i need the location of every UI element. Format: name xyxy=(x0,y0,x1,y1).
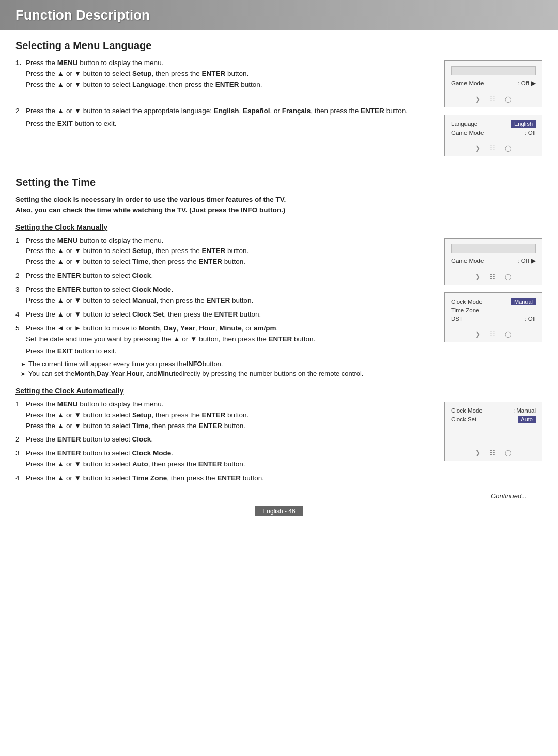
nav-arrow-icon-5: ❯ xyxy=(475,449,481,456)
tv-screen-5: Clock Mode : Manual Clock Set Auto ❯ ☷ ◯ xyxy=(444,402,542,461)
tv-screen-4: Clock Mode Manual Time Zone DST : Off xyxy=(444,292,542,342)
subsection-manual-title: Setting the Clock Manually xyxy=(16,223,542,231)
step-num: 4 xyxy=(16,309,24,320)
step-num: 1. xyxy=(16,58,24,90)
step-2-line2: Press the EXIT button to exit. xyxy=(26,119,408,130)
auto-step-1: 1 Press the MENU button to display the m… xyxy=(16,399,434,432)
nav-arrow-icon-3: ❯ xyxy=(475,273,481,280)
nav-icons-2: ❯ ☷ ◯ xyxy=(451,141,536,152)
nav-arrow-icon-4: ❯ xyxy=(475,330,481,338)
manual-step-4: 4 Press the ▲ or ▼ button to select Cloc… xyxy=(16,309,434,320)
step-2-line1: Press the ▲ or ▼ button to select the ap… xyxy=(26,106,408,117)
step-num: 2 xyxy=(16,434,24,445)
nav-circle-icon: ◯ xyxy=(505,96,512,103)
nav-icons-4: ❯ ☷ ◯ xyxy=(451,327,536,338)
nav-menu-icon: ☷ xyxy=(490,96,495,103)
arrow-right-icon-3: ▶ xyxy=(531,257,536,264)
nav-circle-icon-2: ◯ xyxy=(505,145,512,152)
menu-row-gamemode3: Game Mode : Off ▶ xyxy=(451,257,536,264)
section-divider xyxy=(16,169,542,169)
section-time-intro1: Setting the clock is necessary in order … xyxy=(16,195,542,216)
menu-row-clockmode: Clock Mode Manual xyxy=(451,298,536,305)
section-language: Selecting a Menu Language 1. Press the M… xyxy=(16,40,542,156)
step-1-line3: Press the ▲ or ▼ button to select Langua… xyxy=(26,80,262,90)
nav-menu-icon-5: ☷ xyxy=(490,449,495,456)
arrow-right-icon: ▶ xyxy=(531,80,536,87)
manual-step-3: 3 Press the ENTER button to select Clock… xyxy=(16,285,434,306)
nav-circle-icon-4: ◯ xyxy=(505,330,512,338)
footer-page-label: English - 46 xyxy=(255,506,302,516)
manual-step-2: 2 Press the ENTER button to select Clock… xyxy=(16,271,434,281)
auto-step-4: 4 Press the ▲ or ▼ button to select Time… xyxy=(16,473,434,484)
section-language-title: Selecting a Menu Language xyxy=(16,40,542,52)
nav-arrow-icon-2: ❯ xyxy=(475,145,481,152)
nav-menu-icon-3: ☷ xyxy=(490,273,495,280)
nav-icons-3: ❯ ☷ ◯ xyxy=(451,270,536,280)
step-2-lang: 2 Press the ▲ or ▼ button to select the … xyxy=(16,106,434,130)
section-time: Setting the Time Setting the clock is ne… xyxy=(16,177,542,487)
continued-label: Continued... xyxy=(16,492,527,500)
page-header: Function Description xyxy=(0,0,558,30)
step-num: 1 xyxy=(16,399,24,432)
menu-row-timezone: Time Zone xyxy=(451,307,536,313)
subsection-manual: Setting the Clock Manually 1 Press the M… xyxy=(16,223,542,380)
nav-menu-icon-2: ☷ xyxy=(490,145,495,152)
menu-input-bar-3 xyxy=(451,244,536,253)
step-num: 1 xyxy=(16,235,24,268)
auto-step-3: 3 Press the ENTER button to select Clock… xyxy=(16,448,434,470)
page-footer: English - 46 xyxy=(0,506,558,526)
clockset-value-highlighted: Auto xyxy=(518,416,536,423)
subsection-auto: Setting the Clock Automatically 1 Press … xyxy=(16,387,542,487)
step-num: 4 xyxy=(16,473,24,484)
nav-circle-icon-5: ◯ xyxy=(505,449,512,456)
nav-icons: ❯ ☷ ◯ xyxy=(451,92,536,103)
step-1-line1: Press the MENU button to display the men… xyxy=(26,58,262,69)
menu-row-gamemode: Game Mode : Off ▶ xyxy=(451,80,536,87)
menu-row-language: Language English xyxy=(451,120,536,128)
tv-screen-2: Language English Game Mode : Off ❯ ☷ ◯ xyxy=(444,115,542,156)
step-num: 3 xyxy=(16,448,24,470)
step-num: 2 xyxy=(16,271,24,281)
language-value-highlighted: English xyxy=(511,120,536,128)
arrow-item-2: You can set the Month, Day, Year, Hour, … xyxy=(21,370,434,377)
page-title: Function Description xyxy=(16,7,542,23)
arrow-item-1: The current time will appear every time … xyxy=(21,360,434,368)
step-num: 3 xyxy=(16,285,24,306)
step-num: 5 xyxy=(16,323,24,357)
manual-step-5: 5 Press the ◄ or ► button to move to Mon… xyxy=(16,323,434,357)
menu-input-bar xyxy=(451,66,536,75)
menu-row-gamemode2: Game Mode : Off xyxy=(451,130,536,136)
menu-row-clockmode-auto: Clock Mode : Manual xyxy=(451,407,536,414)
auto-step-2: 2 Press the ENTER button to select Clock… xyxy=(16,434,434,445)
nav-icons-5: ❯ ☷ ◯ xyxy=(451,446,536,456)
menu-row-clockset: Clock Set Auto xyxy=(451,416,536,423)
section-time-title: Setting the Time xyxy=(16,177,542,188)
subsection-auto-title: Setting the Clock Automatically xyxy=(16,387,542,395)
step-num: 2 xyxy=(16,106,24,130)
step-1-lang: 1. Press the MENU button to display the … xyxy=(16,58,434,90)
step-1-line2: Press the ▲ or ▼ button to select Setup,… xyxy=(26,69,262,80)
tv-screen-1: Game Mode : Off ▶ ❯ ☷ ◯ xyxy=(444,60,542,107)
nav-arrow-icon: ❯ xyxy=(475,96,481,103)
menu-row-dst: DST : Off xyxy=(451,316,536,322)
nav-menu-icon-4: ☷ xyxy=(490,330,495,338)
clockmode-value-highlighted: Manual xyxy=(511,298,536,305)
manual-step-1: 1 Press the MENU button to display the m… xyxy=(16,235,434,268)
tv-screen-3: Game Mode : Off ▶ ❯ ☷ ◯ xyxy=(444,238,542,285)
nav-circle-icon-3: ◯ xyxy=(505,273,512,280)
